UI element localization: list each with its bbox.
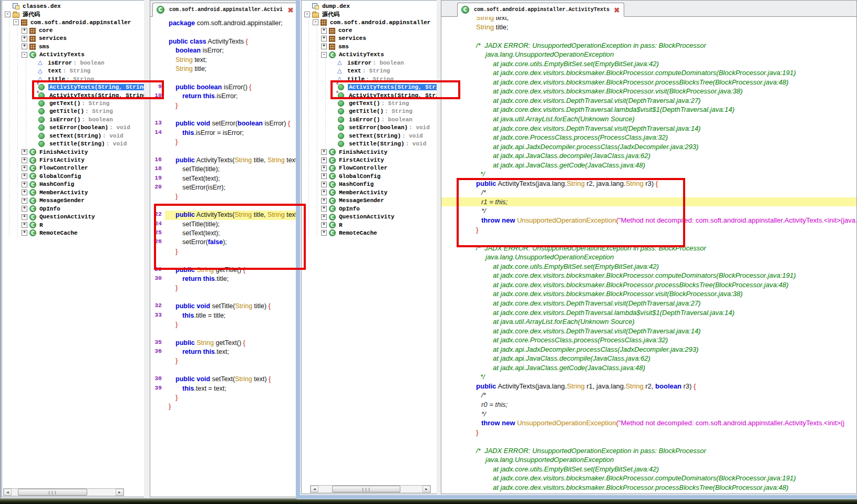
tree-item[interactable]: +services <box>302 35 437 43</box>
tree-item[interactable]: setError(boolean) : void <box>302 124 437 132</box>
tree-item[interactable]: getText() : String <box>302 99 437 107</box>
tree-item[interactable]: +FlowController <box>2 164 144 172</box>
tree-item[interactable]: -com.soft.android.appinstaller <box>2 18 144 26</box>
expander-icon[interactable]: + <box>22 206 27 212</box>
tree-item[interactable]: -ActivityTexts <box>2 51 144 59</box>
expander-icon[interactable]: + <box>321 190 327 195</box>
tree-item[interactable]: +GlobalConfig <box>2 172 144 180</box>
tree-item[interactable]: +QuestionActivity <box>2 213 144 220</box>
tree-item[interactable]: +core <box>2 26 144 34</box>
left-tree-panel[interactable]: classes.dex-源代码-com.soft.android.appinst… <box>2 0 144 497</box>
tree-item[interactable]: +MessageSender <box>302 197 437 205</box>
tree-item[interactable]: text : String <box>2 67 144 75</box>
left-tree-hscrollbar[interactable]: ◄ ||| ► <box>3 488 124 496</box>
tree-item[interactable]: -源代码 <box>302 10 437 18</box>
expander-icon[interactable]: + <box>321 198 327 204</box>
expander-icon[interactable]: + <box>22 36 27 41</box>
expander-icon[interactable]: + <box>22 149 27 155</box>
expander-icon[interactable]: + <box>22 214 27 220</box>
expander-icon[interactable]: + <box>321 28 327 34</box>
scroll-left-button[interactable]: ◄ <box>311 486 318 492</box>
tree-item[interactable]: +RemoteCache <box>2 229 144 237</box>
tree-item[interactable]: +FinishActivity <box>302 148 437 156</box>
expander-icon[interactable]: - <box>22 52 27 58</box>
tree-item[interactable]: isError() : boolean <box>2 116 144 123</box>
tree-item[interactable]: +OpInfo <box>302 205 437 213</box>
tree-item[interactable]: -源代码 <box>2 10 144 18</box>
right-tab-activitytexts[interactable]: com.soft.android.appinstaller.ActivityTe… <box>457 3 624 17</box>
tree-item[interactable]: +GlobalConfig <box>302 172 437 180</box>
tree-item[interactable]: setTitle(String) : void <box>2 140 144 148</box>
expander-icon[interactable]: + <box>321 173 327 179</box>
tree-item[interactable]: isError : boolean <box>2 59 144 67</box>
left-code-editor[interactable]: package com.soft.android.appinstaller;pu… <box>150 17 296 497</box>
tree-item[interactable]: ActivityTexts(String, String, boolean) <box>302 91 437 99</box>
right-splitter[interactable] <box>437 0 441 494</box>
expander-icon[interactable]: + <box>321 206 327 212</box>
expander-icon[interactable]: + <box>22 173 27 179</box>
expander-icon[interactable]: + <box>321 222 327 228</box>
expander-icon[interactable]: + <box>321 44 327 49</box>
expander-icon[interactable]: + <box>22 28 27 34</box>
expander-icon[interactable]: + <box>22 182 27 187</box>
tree-item[interactable]: +R <box>302 221 437 229</box>
tree-item[interactable]: setText(String) : void <box>2 132 144 140</box>
tree-item[interactable]: setTitle(String) : void <box>302 140 437 148</box>
tree-item[interactable]: +FlowController <box>302 164 437 172</box>
expander-icon[interactable]: - <box>313 19 318 25</box>
tree-item[interactable]: -com.soft.android.appinstaller <box>302 18 437 26</box>
tree-item[interactable]: text : String <box>302 67 437 75</box>
tree-item[interactable]: +FirstActivity <box>2 156 144 164</box>
tree-item[interactable]: getText() : String <box>2 99 144 107</box>
tree-item[interactable]: setError(boolean) : void <box>2 124 144 132</box>
tree-item[interactable]: ActivityTexts(String, String) <box>2 83 144 91</box>
expander-icon[interactable]: + <box>321 36 327 41</box>
left-splitter[interactable] <box>144 0 150 497</box>
tree-item[interactable]: +sms <box>2 43 144 50</box>
expander-icon[interactable]: + <box>22 190 27 195</box>
tree-item[interactable]: +HashConfig <box>302 181 437 188</box>
tree-item[interactable]: title : String <box>2 75 144 83</box>
expander-icon[interactable]: + <box>321 158 327 163</box>
expander-icon[interactable]: + <box>321 149 327 155</box>
tree-item[interactable]: title : String <box>302 75 437 83</box>
close-icon[interactable]: ✖ <box>614 6 620 14</box>
tree-item[interactable]: +HashConfig <box>2 181 144 188</box>
tree-item[interactable]: -ActivityTexts <box>302 51 437 59</box>
scrollbar-track[interactable]: ||| <box>12 489 116 496</box>
tree-item[interactable]: getTitle() : String <box>302 108 437 116</box>
tree-root[interactable]: classes.dex <box>2 2 144 10</box>
tree-item[interactable]: +FirstActivity <box>302 156 437 164</box>
tree-item[interactable]: +MemberActivity <box>302 188 437 196</box>
tree-item[interactable]: +RemoteCache <box>302 229 437 237</box>
expander-icon[interactable]: + <box>321 230 327 236</box>
tree-root[interactable]: dump.dex <box>302 2 437 10</box>
tree-item[interactable]: isError : boolean <box>302 59 437 67</box>
scrollbar-track[interactable]: ||| <box>318 486 422 492</box>
scrollbar-thumb[interactable]: ||| <box>18 489 87 496</box>
tree-item[interactable]: +FinishActivity <box>2 148 144 156</box>
tree-item[interactable]: setText(String) : void <box>302 132 437 140</box>
scroll-left-button[interactable]: ◄ <box>4 489 12 496</box>
tree-item[interactable]: getTitle() : String <box>2 108 144 116</box>
expander-icon[interactable]: + <box>22 44 27 49</box>
scrollbar-thumb[interactable]: ||| <box>332 486 400 492</box>
expander-icon[interactable]: + <box>321 214 327 220</box>
expander-icon[interactable]: - <box>321 52 327 58</box>
expander-icon[interactable]: + <box>22 165 27 171</box>
tree-item[interactable]: ActivityTexts(String, String) <box>302 83 437 91</box>
expander-icon[interactable]: - <box>304 12 310 17</box>
expander-icon[interactable]: + <box>22 158 27 163</box>
tree-item[interactable]: +QuestionActivity <box>302 213 437 220</box>
expander-icon[interactable]: + <box>321 165 327 171</box>
expander-icon[interactable]: + <box>22 230 27 236</box>
tree-item[interactable]: ActivityTexts(String, String, boolean) <box>2 91 144 99</box>
right-tree-hscrollbar[interactable]: ◄ ||| ► <box>310 485 431 493</box>
expander-icon[interactable]: + <box>22 198 27 204</box>
tree-item[interactable]: +core <box>302 26 437 34</box>
left-tab-activitytexts[interactable]: com.soft.android.appinstaller.ActivityTe… <box>152 3 297 17</box>
close-icon[interactable]: ✖ <box>287 6 294 14</box>
tree-item[interactable]: +MessageSender <box>2 197 144 205</box>
tree-item[interactable]: +OpInfo <box>2 205 144 213</box>
tree-item[interactable]: +sms <box>302 43 437 50</box>
